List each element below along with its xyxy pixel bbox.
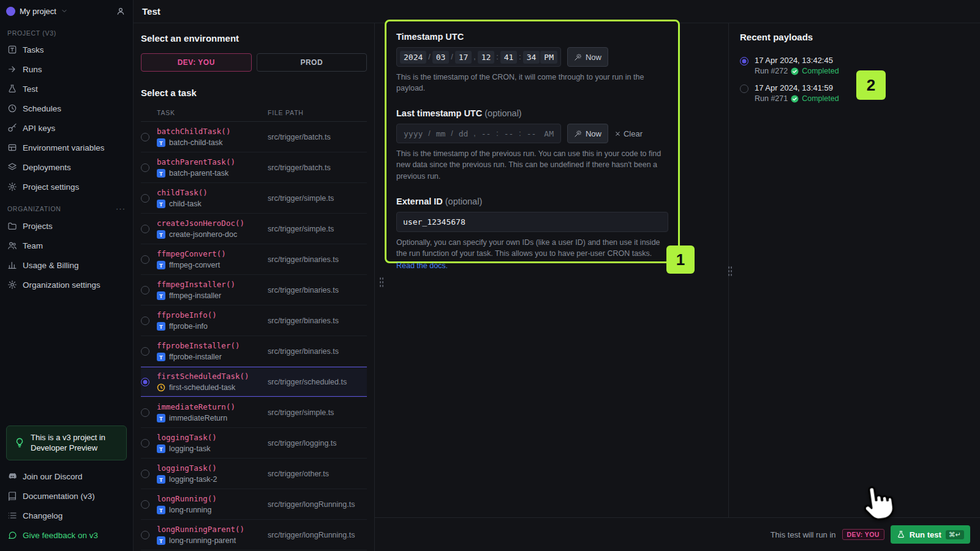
task-radio[interactable] xyxy=(141,317,149,325)
last-timestamp-input[interactable]: yyyy/ mm/ dd, --: --: -- AM xyxy=(396,124,561,143)
task-badge-icon: T xyxy=(157,536,165,545)
task-row[interactable]: childTask()Tchild-tasksrc/trigger/simple… xyxy=(141,183,367,214)
task-radio[interactable] xyxy=(141,347,149,356)
last-timestamp-now-button[interactable]: Now xyxy=(567,124,608,143)
payload-item[interactable]: 17 Apr 2024, 13:41:59Run #271Completed xyxy=(740,83,969,103)
task-row[interactable]: loggingTask()Tlogging-tasksrc/trigger/lo… xyxy=(141,428,367,459)
task-radio[interactable] xyxy=(141,133,149,141)
task-name: createJsonHeroDoc() xyxy=(157,219,268,228)
read-the-docs-link[interactable]: Read the docs. xyxy=(396,260,667,271)
last-hour-segment[interactable]: -- xyxy=(478,127,495,140)
sidebar-item-project-settings[interactable]: Project settings xyxy=(0,177,133,197)
recent-payloads-panel: Recent payloads 17 Apr 2024, 13:42:45Run… xyxy=(729,23,980,517)
check-circle-icon xyxy=(791,67,799,75)
sidebar-item-api-keys[interactable]: API keys xyxy=(0,118,133,138)
test-icon xyxy=(7,84,17,94)
sidebar-item-deployments[interactable]: Deployments xyxy=(0,157,133,177)
task-file-path: src/trigger/binaries.ts xyxy=(268,286,367,294)
sidebar-item-label: Deployments xyxy=(23,163,71,172)
timestamp-input[interactable]: 2024/ 03/ 17, 12: 41: 34 PM xyxy=(396,47,561,67)
task-row[interactable]: immediateReturn()TimmediateReturnsrc/tri… xyxy=(141,397,367,428)
sidebar-item-team[interactable]: Team xyxy=(0,236,133,255)
last-meridiem-segment[interactable]: AM xyxy=(540,127,557,140)
gear-icon xyxy=(7,182,17,192)
section-menu-button[interactable]: ··· xyxy=(116,204,126,213)
task-radio[interactable] xyxy=(141,408,149,417)
sidebar-footer-item-changelog[interactable]: Changelog xyxy=(0,506,133,525)
pane-resize-handle[interactable] xyxy=(728,266,733,277)
annotated-form-region: Timestamp UTC 2024/ 03/ 17, 12: 41: 34 xyxy=(385,20,680,263)
env-dev-button[interactable]: DEV: YOU xyxy=(141,53,252,72)
sidebar-item-label: Team xyxy=(23,241,43,250)
pane-resize-handle[interactable] xyxy=(379,277,384,288)
sidebar-item-label: Tasks xyxy=(23,45,44,54)
payload-radio[interactable] xyxy=(740,84,748,93)
task-radio[interactable] xyxy=(141,531,149,539)
preview-banner-text: This is a v3 project in Developer Previe… xyxy=(31,432,119,454)
sidebar-item-environment-variables[interactable]: Environment variables xyxy=(0,138,133,157)
task-row[interactable]: createJsonHeroDoc()Tcreate-jsonhero-docs… xyxy=(141,214,367,244)
task-radio[interactable] xyxy=(141,225,149,233)
timestamp-day-segment[interactable]: 17 xyxy=(455,51,472,64)
task-radio[interactable] xyxy=(141,378,149,386)
timestamp-year-segment[interactable]: 2024 xyxy=(400,51,426,64)
env-prod-button[interactable]: PROD xyxy=(257,53,368,72)
task-radio[interactable] xyxy=(141,439,149,448)
sidebar-item-organization-settings[interactable]: Organization settings xyxy=(0,275,133,294)
run-test-button[interactable]: Run test ⌘↵ xyxy=(891,525,970,544)
timestamp-now-button[interactable]: Now xyxy=(567,47,608,67)
task-radio[interactable] xyxy=(141,286,149,294)
task-row[interactable]: batchChildTask()Tbatch-child-tasksrc/tri… xyxy=(141,122,367,152)
sidebar-item-usage-billing[interactable]: Usage & Billing xyxy=(0,255,133,275)
sidebar-item-projects[interactable]: Projects xyxy=(0,216,133,236)
chevron-down-icon[interactable] xyxy=(61,7,68,15)
task-radio[interactable] xyxy=(141,470,149,478)
task-table-header: TASK FILE PATH xyxy=(141,104,367,122)
sidebar-item-tasks[interactable]: Tasks xyxy=(0,40,133,59)
sidebar-footer-item-join-our-discord[interactable]: Join our Discord xyxy=(0,467,133,486)
last-month-segment[interactable]: mm xyxy=(432,127,450,140)
last-day-segment[interactable]: dd xyxy=(455,127,472,140)
task-row[interactable]: longRunningParent()Tlong-running-parents… xyxy=(141,520,367,550)
task-row[interactable]: ffprobeInfo()Tffprobe-infosrc/trigger/bi… xyxy=(141,305,367,336)
last-second-segment[interactable]: -- xyxy=(523,127,540,140)
project-switcher[interactable]: My project xyxy=(20,7,56,16)
timestamp-hour-segment[interactable]: 12 xyxy=(478,51,495,64)
task-radio[interactable] xyxy=(141,163,149,172)
task-row[interactable]: ffmpegConvert()Tffmpeg-convertsrc/trigge… xyxy=(141,244,367,275)
payload-status: Completed xyxy=(802,94,839,103)
task-row[interactable]: batchParentTask()Tbatch-parent-tasksrc/t… xyxy=(141,152,367,183)
task-row[interactable]: longRunning()Tlong-runningsrc/trigger/lo… xyxy=(141,489,367,520)
timestamp-month-segment[interactable]: 03 xyxy=(432,51,450,64)
user-avatar[interactable] xyxy=(115,5,127,17)
last-minute-segment[interactable]: -- xyxy=(500,127,518,140)
last-year-segment[interactable]: yyyy xyxy=(400,127,426,140)
section-label: ORGANIZATION··· xyxy=(0,197,133,216)
task-row[interactable]: loggingTask()Tlogging-task-2src/trigger/… xyxy=(141,459,367,489)
task-row[interactable]: firstScheduledTask()first-scheduled-task… xyxy=(141,367,367,397)
timestamp-meridiem-segment[interactable]: PM xyxy=(540,51,557,64)
task-file-path: src/trigger/binaries.ts xyxy=(268,347,367,356)
task-row[interactable]: ffprobeInstaller()Tffprobe-installersrc/… xyxy=(141,336,367,367)
sidebar-item-label: Project settings xyxy=(23,182,79,192)
sidebar-item-runs[interactable]: Runs xyxy=(0,59,133,79)
sidebar-item-schedules[interactable]: Schedules xyxy=(0,99,133,118)
task-row[interactable]: ffmpegInstaller()Tffmpeg-installersrc/tr… xyxy=(141,275,367,305)
discord-icon xyxy=(7,471,17,481)
task-radio[interactable] xyxy=(141,500,149,509)
payload-item[interactable]: 17 Apr 2024, 13:42:45Run #272Completed xyxy=(740,56,969,75)
external-id-input[interactable]: user_12345678 xyxy=(396,212,668,232)
envvars-icon xyxy=(7,143,17,152)
task-radio[interactable] xyxy=(141,255,149,264)
timestamp-minute-segment[interactable]: 41 xyxy=(500,51,518,64)
sidebar-footer-item-give-feedback-on-v3[interactable]: Give feedback on v3 xyxy=(0,525,133,545)
timestamp-second-segment[interactable]: 34 xyxy=(523,51,540,64)
task-badge-icon: T xyxy=(157,261,165,269)
sidebar-item-test[interactable]: Test xyxy=(0,79,133,99)
payload-radio[interactable] xyxy=(740,57,748,66)
task-radio[interactable] xyxy=(141,194,149,203)
clear-button[interactable]: Clear xyxy=(614,129,643,138)
sidebar-footer-item-documentation-v3[interactable]: Documentation (v3) xyxy=(0,486,133,506)
payload-run-number: Run #271 xyxy=(755,94,788,103)
now-button-label: Now xyxy=(586,129,601,138)
